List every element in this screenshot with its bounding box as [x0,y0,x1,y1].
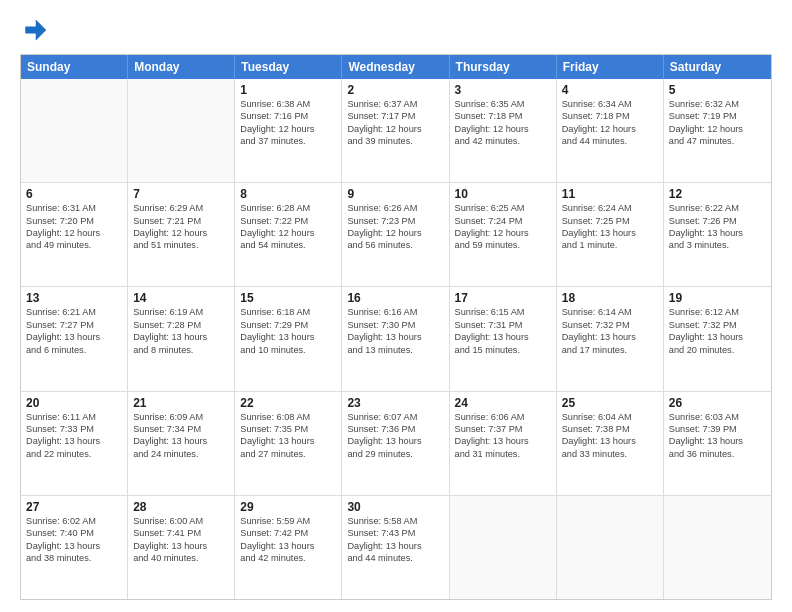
cell-line: Sunrise: 6:37 AM [347,98,443,110]
header-day-thursday: Thursday [450,55,557,79]
cell-line: and 54 minutes. [240,239,336,251]
day-number: 15 [240,291,336,305]
cell-line: and 33 minutes. [562,448,658,460]
cell-line: Sunset: 7:23 PM [347,215,443,227]
cell-line: Sunset: 7:37 PM [455,423,551,435]
day-number: 21 [133,396,229,410]
cell-line: and 47 minutes. [669,135,766,147]
cell-line: and 13 minutes. [347,344,443,356]
cell-line: Sunset: 7:35 PM [240,423,336,435]
cell-line: Daylight: 13 hours [133,435,229,447]
cal-row-3: 20Sunrise: 6:11 AMSunset: 7:33 PMDayligh… [21,392,771,496]
day-number: 26 [669,396,766,410]
cell-line: Sunrise: 6:35 AM [455,98,551,110]
cell-line: Daylight: 13 hours [455,435,551,447]
day-number: 25 [562,396,658,410]
cell-line: and 27 minutes. [240,448,336,460]
day-number: 14 [133,291,229,305]
header [20,16,772,44]
cal-cell: 25Sunrise: 6:04 AMSunset: 7:38 PMDayligh… [557,392,664,495]
cell-line: and 15 minutes. [455,344,551,356]
cell-line: Sunrise: 6:02 AM [26,515,122,527]
cell-line: Daylight: 13 hours [133,331,229,343]
cal-cell: 22Sunrise: 6:08 AMSunset: 7:35 PMDayligh… [235,392,342,495]
cell-line: Sunrise: 5:58 AM [347,515,443,527]
cell-line: Sunrise: 6:21 AM [26,306,122,318]
cell-line: Sunset: 7:20 PM [26,215,122,227]
cell-line: Sunrise: 6:29 AM [133,202,229,214]
cell-line: Sunset: 7:36 PM [347,423,443,435]
day-number: 29 [240,500,336,514]
day-number: 19 [669,291,766,305]
cell-line: Sunset: 7:25 PM [562,215,658,227]
cell-line: Daylight: 12 hours [133,227,229,239]
cell-line: and 44 minutes. [347,552,443,564]
cell-line: Sunset: 7:17 PM [347,110,443,122]
cell-line: Sunrise: 6:26 AM [347,202,443,214]
cal-cell: 24Sunrise: 6:06 AMSunset: 7:37 PMDayligh… [450,392,557,495]
cal-cell: 18Sunrise: 6:14 AMSunset: 7:32 PMDayligh… [557,287,664,390]
cal-cell: 8Sunrise: 6:28 AMSunset: 7:22 PMDaylight… [235,183,342,286]
cell-line: Sunrise: 6:14 AM [562,306,658,318]
cell-line: and 3 minutes. [669,239,766,251]
cell-line: Sunset: 7:39 PM [669,423,766,435]
cal-cell [557,496,664,599]
day-number: 9 [347,187,443,201]
cal-cell: 19Sunrise: 6:12 AMSunset: 7:32 PMDayligh… [664,287,771,390]
header-day-wednesday: Wednesday [342,55,449,79]
cell-line: and 51 minutes. [133,239,229,251]
cal-cell [21,79,128,182]
day-number: 5 [669,83,766,97]
cell-line: Sunrise: 6:11 AM [26,411,122,423]
cell-line: and 36 minutes. [669,448,766,460]
cal-row-2: 13Sunrise: 6:21 AMSunset: 7:27 PMDayligh… [21,287,771,391]
header-day-tuesday: Tuesday [235,55,342,79]
cal-cell [664,496,771,599]
cell-line: Sunrise: 6:18 AM [240,306,336,318]
cal-row-4: 27Sunrise: 6:02 AMSunset: 7:40 PMDayligh… [21,496,771,599]
cell-line: Sunrise: 6:07 AM [347,411,443,423]
cell-line: Daylight: 13 hours [133,540,229,552]
cell-line: Daylight: 12 hours [240,227,336,239]
cell-line: Sunrise: 6:04 AM [562,411,658,423]
cell-line: Sunrise: 6:19 AM [133,306,229,318]
cell-line: Daylight: 12 hours [455,123,551,135]
cell-line: Sunset: 7:26 PM [669,215,766,227]
cell-line: Daylight: 13 hours [347,435,443,447]
cell-line: and 39 minutes. [347,135,443,147]
cell-line: Sunset: 7:40 PM [26,527,122,539]
cell-line: Sunrise: 6:06 AM [455,411,551,423]
cell-line: Daylight: 12 hours [347,123,443,135]
cell-line: Daylight: 13 hours [26,331,122,343]
cell-line: Sunset: 7:18 PM [562,110,658,122]
cell-line: and 40 minutes. [133,552,229,564]
cell-line: and 42 minutes. [240,552,336,564]
day-number: 27 [26,500,122,514]
cal-cell: 12Sunrise: 6:22 AMSunset: 7:26 PMDayligh… [664,183,771,286]
cell-line: Sunset: 7:34 PM [133,423,229,435]
cell-line: Sunset: 7:24 PM [455,215,551,227]
cal-cell: 15Sunrise: 6:18 AMSunset: 7:29 PMDayligh… [235,287,342,390]
day-number: 16 [347,291,443,305]
cell-line: and 59 minutes. [455,239,551,251]
cell-line: and 38 minutes. [26,552,122,564]
cal-cell: 7Sunrise: 6:29 AMSunset: 7:21 PMDaylight… [128,183,235,286]
cell-line: Sunset: 7:38 PM [562,423,658,435]
cell-line: Sunset: 7:41 PM [133,527,229,539]
cell-line: Daylight: 13 hours [455,331,551,343]
cal-cell: 6Sunrise: 6:31 AMSunset: 7:20 PMDaylight… [21,183,128,286]
header-day-friday: Friday [557,55,664,79]
logo-icon [20,16,48,44]
cell-line: Sunset: 7:31 PM [455,319,551,331]
cell-line: and 44 minutes. [562,135,658,147]
cell-line: Daylight: 12 hours [669,123,766,135]
day-number: 11 [562,187,658,201]
day-number: 23 [347,396,443,410]
day-number: 7 [133,187,229,201]
cell-line: Daylight: 13 hours [562,227,658,239]
day-number: 28 [133,500,229,514]
cell-line: Sunrise: 6:32 AM [669,98,766,110]
cell-line: Sunrise: 6:15 AM [455,306,551,318]
cell-line: Sunset: 7:30 PM [347,319,443,331]
header-day-monday: Monday [128,55,235,79]
